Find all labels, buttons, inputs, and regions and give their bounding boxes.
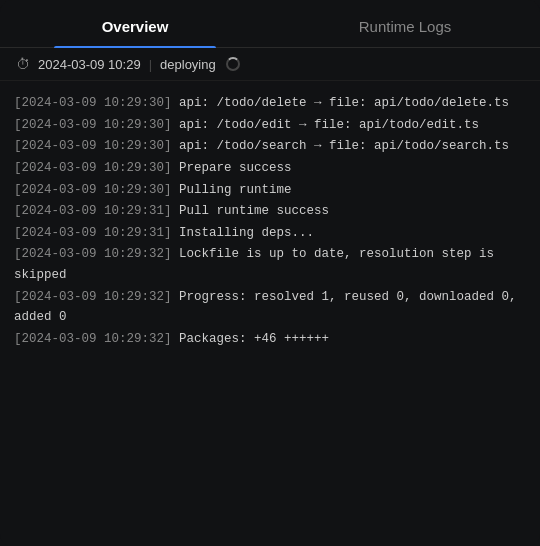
log-message: api: /todo/delete → file: api/todo/delet… [179, 96, 509, 110]
clock-icon: ⏱ [16, 56, 30, 72]
log-timestamp: [2024-03-09 10:29:31] [14, 204, 172, 218]
log-entry: [2024-03-09 10:29:32] Lockfile is up to … [14, 244, 526, 285]
log-message: Packages: +46 ++++++ [179, 332, 329, 346]
log-message: api: /todo/search → file: api/todo/searc… [179, 139, 509, 153]
log-timestamp: [2024-03-09 10:29:32] [14, 247, 172, 261]
log-timestamp: [2024-03-09 10:29:30] [14, 96, 172, 110]
log-timestamp: [2024-03-09 10:29:30] [14, 139, 172, 153]
tab-runtime-logs-label: Runtime Logs [359, 18, 452, 35]
log-timestamp: [2024-03-09 10:29:30] [14, 118, 172, 132]
spinner-icon [226, 57, 240, 71]
tab-bar: Overview Runtime Logs [0, 0, 540, 48]
log-timestamp: [2024-03-09 10:29:32] [14, 332, 172, 346]
log-entry: [2024-03-09 10:29:31] Pull runtime succe… [14, 201, 526, 222]
log-message: Prepare success [179, 161, 292, 175]
status-divider: | [149, 57, 152, 72]
tab-runtime-logs[interactable]: Runtime Logs [270, 8, 540, 47]
log-message: Pull runtime success [179, 204, 329, 218]
log-message: Pulling runtime [179, 183, 292, 197]
log-entry: [2024-03-09 10:29:31] Installing deps... [14, 223, 526, 244]
log-area[interactable]: [2024-03-09 10:29:30] api: /todo/delete … [0, 81, 540, 546]
log-entry: [2024-03-09 10:29:32] Progress: resolved… [14, 287, 526, 328]
log-entry: [2024-03-09 10:29:30] api: /todo/search … [14, 136, 526, 157]
log-timestamp: [2024-03-09 10:29:31] [14, 226, 172, 240]
log-entry: [2024-03-09 10:29:30] api: /todo/delete … [14, 93, 526, 114]
tab-overview-label: Overview [102, 18, 169, 35]
log-entry: [2024-03-09 10:29:30] Prepare success [14, 158, 526, 179]
status-bar: ⏱ 2024-03-09 10:29 | deploying [0, 48, 540, 81]
status-label: deploying [160, 57, 216, 72]
app-container: Overview Runtime Logs ⏱ 2024-03-09 10:29… [0, 0, 540, 546]
log-message: api: /todo/edit → file: api/todo/edit.ts [179, 118, 479, 132]
log-entry: [2024-03-09 10:29:30] Pulling runtime [14, 180, 526, 201]
log-entry: [2024-03-09 10:29:32] Packages: +46 ++++… [14, 329, 526, 350]
log-timestamp: [2024-03-09 10:29:30] [14, 161, 172, 175]
status-timestamp: 2024-03-09 10:29 [38, 57, 141, 72]
tab-overview[interactable]: Overview [0, 8, 270, 47]
log-entry: [2024-03-09 10:29:30] api: /todo/edit → … [14, 115, 526, 136]
log-timestamp: [2024-03-09 10:29:32] [14, 290, 172, 304]
log-message: Installing deps... [179, 226, 314, 240]
log-timestamp: [2024-03-09 10:29:30] [14, 183, 172, 197]
